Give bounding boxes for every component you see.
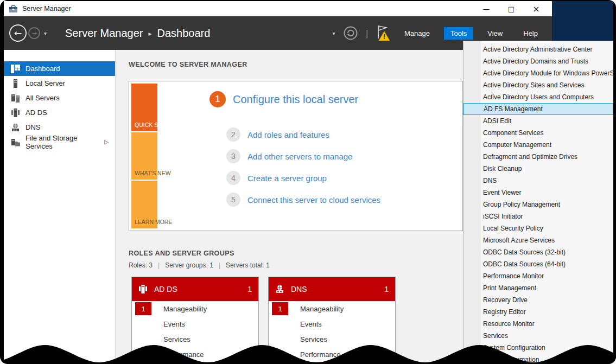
step-link[interactable]: Connect this server to cloud services bbox=[247, 195, 380, 205]
step-add-roles[interactable]: 2 Add roles and features bbox=[226, 127, 329, 142]
dropdown-caret-icon[interactable]: ▾ bbox=[333, 30, 335, 36]
tile-row-manageability[interactable]: 1 Manageability bbox=[132, 301, 258, 316]
navbar-menu-item[interactable]: Help bbox=[517, 27, 544, 40]
tile-row-events[interactable]: Events bbox=[269, 316, 395, 331]
tools-menu-item[interactable]: ADSI Edit bbox=[463, 115, 613, 127]
tile-row-label[interactable]: Manageability bbox=[163, 305, 207, 313]
tools-menu-item[interactable]: Active Directory Administrative Center bbox=[463, 43, 613, 55]
tools-menu-item[interactable]: Computer Management bbox=[463, 139, 613, 151]
tools-menu-item[interactable]: Recovery Drive bbox=[463, 294, 613, 306]
badge-spacer bbox=[135, 333, 151, 346]
server-manager-app-icon bbox=[9, 5, 18, 13]
tools-menu-item[interactable]: Registry Editor bbox=[463, 306, 613, 318]
step-number: 1 bbox=[209, 91, 226, 107]
screenshot-frame: Server Manager — □ × ← → ▾ Server Manage… bbox=[0, 0, 616, 364]
tools-menu-item[interactable]: Active Directory Sites and Services bbox=[463, 79, 613, 91]
tools-menu-item[interactable]: Group Policy Management bbox=[463, 199, 613, 210]
tools-menu-item[interactable]: Event Viewer bbox=[463, 187, 613, 199]
all-servers-icon bbox=[11, 94, 20, 103]
learn-more-tab[interactable]: LEARN MORE bbox=[131, 181, 157, 228]
tools-menu-item[interactable]: Component Services bbox=[463, 127, 613, 139]
tile-header: DNS 1 bbox=[269, 277, 395, 301]
tile-row-services[interactable]: Services bbox=[132, 331, 258, 347]
step-link[interactable]: Configure this local server bbox=[233, 93, 358, 106]
sidebar-item-local-server[interactable]: Local Server bbox=[4, 76, 115, 91]
tools-menu-item[interactable]: System Configuration bbox=[463, 342, 613, 354]
quick-start-tab[interactable]: QUICK START bbox=[131, 84, 157, 131]
nav-right-cluster: ▾ | ! Manage bbox=[329, 25, 544, 41]
tile-row-label[interactable]: Manageability bbox=[300, 305, 344, 313]
count-separator: | bbox=[219, 261, 220, 269]
server-groups-count: Server groups: 1 bbox=[165, 261, 213, 269]
sidebar-item-file-storage[interactable]: File and Storage Services ▷ bbox=[4, 135, 115, 149]
refresh-icon[interactable] bbox=[343, 25, 358, 41]
tile-row-label[interactable]: Events bbox=[163, 320, 185, 328]
tools-menu-item[interactable]: System Information bbox=[463, 354, 613, 364]
whats-new-tab[interactable]: WHAT'S NEW bbox=[131, 132, 157, 180]
step-number: 4 bbox=[226, 171, 240, 185]
tools-menu-item[interactable]: Resource Monitor bbox=[463, 318, 613, 330]
step-link[interactable]: Create a server group bbox=[247, 174, 327, 183]
tools-menu-item[interactable]: ODBC Data Sources (64-bit) bbox=[463, 258, 613, 270]
tile-row-performance[interactable]: Performance bbox=[269, 347, 395, 362]
tile-row-label[interactable]: Performance bbox=[300, 350, 340, 359]
step-link[interactable]: Add roles and features bbox=[247, 130, 329, 139]
tools-dropdown-menu: Active Directory Administrative Center A… bbox=[463, 41, 613, 364]
tile-count: 1 bbox=[384, 285, 389, 293]
tools-menu-item[interactable]: Active Directory Module for Windows Powe… bbox=[463, 67, 613, 79]
tools-menu-item[interactable]: Performance Monitor bbox=[463, 270, 613, 282]
tools-menu-item[interactable]: iSCSI Initiator bbox=[463, 210, 613, 222]
breadcrumb-root[interactable]: Server Manager bbox=[65, 27, 143, 40]
tools-menu-item[interactable]: Active Directory Domains and Trusts bbox=[463, 55, 613, 67]
maximize-button[interactable]: □ bbox=[499, 1, 524, 16]
svg-text:!: ! bbox=[383, 33, 385, 41]
tools-menu-item[interactable]: DNS bbox=[463, 175, 613, 187]
tile-row-services[interactable]: Services bbox=[269, 331, 395, 347]
sidebar-item-dashboard[interactable]: Dashboard bbox=[4, 61, 115, 76]
tools-menu-item[interactable]: Local Security Policy bbox=[463, 222, 613, 234]
tile-row-label[interactable]: Events bbox=[300, 320, 322, 328]
count-separator: | bbox=[158, 261, 160, 269]
sidebar-item-label: DNS bbox=[26, 123, 40, 131]
step-configure-local-server[interactable]: 1 Configure this local server bbox=[209, 91, 358, 107]
close-button[interactable]: × bbox=[524, 1, 549, 16]
step-add-servers[interactable]: 3 Add other servers to manage bbox=[226, 149, 352, 163]
navbar-menu-item[interactable]: Manage bbox=[398, 27, 436, 40]
notification-flag-icon[interactable]: ! bbox=[376, 25, 390, 41]
welcome-strip: QUICK START WHAT'S NEW LEARN MORE bbox=[131, 84, 157, 228]
sidebar-item-all-servers[interactable]: All Servers bbox=[4, 91, 115, 105]
breadcrumb-current[interactable]: Dashboard bbox=[157, 27, 210, 40]
forward-icon[interactable]: → bbox=[28, 27, 40, 39]
step-connect-cloud[interactable]: 5 Connect this server to cloud services bbox=[226, 193, 380, 207]
expand-arrow-icon: ▷ bbox=[104, 139, 109, 145]
tile-name: DNS bbox=[291, 285, 307, 293]
tools-menu-item[interactable]: ODBC Data Sources (32-bit) bbox=[463, 246, 613, 258]
tile-row-manageability[interactable]: 1 Manageability bbox=[269, 301, 395, 316]
tools-menu-item[interactable]: AD FS Management bbox=[463, 103, 613, 115]
tile-row-performance[interactable]: Performance bbox=[132, 347, 258, 362]
sidebar-item-dns[interactable]: DNS bbox=[4, 120, 115, 135]
sidebar-item-ad-ds[interactable]: AD DS bbox=[4, 105, 115, 120]
tile-row-events[interactable]: Events bbox=[132, 316, 258, 331]
tile-row-label[interactable]: Performance bbox=[163, 350, 204, 359]
whats-new-label: WHAT'S NEW bbox=[135, 170, 171, 176]
nav-separator: | bbox=[366, 28, 369, 39]
sidebar-item-label: AD DS bbox=[26, 108, 47, 117]
title-bar: Server Manager — □ × bbox=[4, 1, 552, 16]
tools-menu-item[interactable]: Defragment and Optimize Drives bbox=[463, 151, 613, 163]
step-link[interactable]: Add other servers to manage bbox=[247, 152, 352, 161]
history-caret-icon[interactable]: ▾ bbox=[44, 30, 47, 36]
tools-menu-item[interactable]: Services bbox=[463, 330, 613, 342]
minimize-button[interactable]: — bbox=[474, 1, 499, 16]
navbar-menu-item[interactable]: Tools bbox=[444, 27, 473, 40]
step-create-group[interactable]: 4 Create a server group bbox=[226, 171, 327, 185]
tools-menu-item[interactable]: Active Directory Users and Computers bbox=[463, 91, 613, 103]
navbar-menu-item[interactable]: View bbox=[481, 27, 509, 40]
badge-spacer bbox=[272, 348, 288, 361]
back-icon[interactable]: ← bbox=[9, 24, 27, 42]
tools-menu-item[interactable]: Print Management bbox=[463, 282, 613, 294]
tools-menu-item[interactable]: Microsoft Azure Services bbox=[463, 234, 613, 246]
tools-menu-item[interactable]: Disk Cleanup bbox=[463, 163, 613, 175]
tile-row-label[interactable]: Services bbox=[300, 335, 327, 343]
tile-row-label[interactable]: Services bbox=[163, 335, 190, 343]
